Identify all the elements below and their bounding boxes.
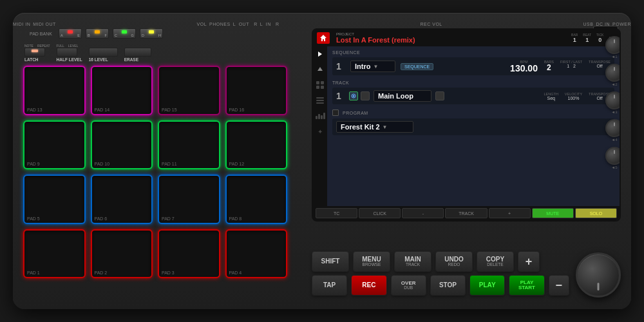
screen: PROJECT Lost In A Forest (remix) BAR 1 B… [313, 30, 620, 220]
stop-button[interactable]: STOP [430, 275, 466, 296]
pad-14[interactable]: PAD 14 [91, 66, 153, 115]
sidebar-star-icon[interactable]: ✦ [315, 126, 325, 137]
pad-2-label: PAD 2 [95, 270, 108, 275]
chart-bar-4 [323, 113, 325, 119]
bank-d-letter: D [142, 33, 144, 37]
svg-marker-0 [320, 35, 327, 41]
bank-b-letter: B [88, 33, 90, 37]
sidebar-up-icon[interactable] [315, 64, 325, 75]
screen-knob-5[interactable] [605, 147, 621, 165]
usb-label: USB [583, 22, 594, 26]
screen-mute-btn[interactable]: MUTE [532, 208, 574, 218]
half-level-label: HALF LEVEL [57, 57, 82, 62]
sidebar-chart-icon[interactable] [315, 111, 325, 121]
pad-1[interactable]: PAD 1 [23, 229, 86, 279]
pad-10[interactable]: PAD 10 [91, 120, 153, 170]
erase-button[interactable] [124, 48, 151, 57]
l-in-label: L IN R [260, 22, 279, 26]
sdot-1 [316, 81, 319, 84]
screen-content: ✦ SEQUENCE 1 Intro ▼ SEQ [313, 46, 620, 220]
jog-wheel[interactable] [576, 252, 621, 298]
plus-button[interactable]: + [518, 251, 540, 272]
screen-plus-btn[interactable]: + [489, 208, 531, 218]
track-name-box[interactable]: Main Loop [374, 90, 431, 102]
pad-bank-b[interactable]: B F [86, 28, 109, 39]
sequence-name: Intro [355, 62, 370, 70]
play-label: PLAY [479, 282, 496, 289]
undo-button[interactable]: UNDO REDO [435, 251, 473, 272]
pad-15[interactable]: PAD 15 [158, 66, 220, 115]
overdub-button[interactable]: OVER DUB [391, 275, 426, 296]
half-level-button[interactable] [57, 48, 77, 57]
sequence-section-label: SEQUENCE [332, 50, 614, 55]
pad-7[interactable]: PAD 7 [158, 175, 220, 224]
track-settings-icon[interactable] [435, 91, 444, 100]
screen-knob-2-label: ◄2 [611, 82, 617, 86]
first-last-group: FIRST / LAST 1 2 [560, 60, 582, 73]
screen-knob-1[interactable] [605, 36, 621, 54]
pad-15-label: PAD 15 [162, 108, 177, 112]
screen-knob-2[interactable] [605, 64, 621, 82]
pad-8[interactable]: PAD 8 [225, 175, 288, 224]
copy-button[interactable]: COPY DELETE [477, 251, 514, 272]
transport-row-2: TAP REC OVER DUB STOP PLAY PLAYSTART [312, 275, 569, 296]
pad-bank-c[interactable]: C G [113, 28, 136, 39]
pad-5[interactable]: PAD 5 [23, 175, 86, 224]
pad-13[interactable]: PAD 13 [23, 66, 86, 115]
track-params: LENGTH Seq VELOCITY 100% TRANSPOSE Off [544, 92, 611, 100]
sidebar-list-icon[interactable] [315, 95, 325, 106]
minus-button[interactable]: − [549, 275, 569, 296]
program-section: PROGRAM [332, 109, 614, 116]
sidebar-arrow-icon[interactable] [315, 49, 325, 59]
tap-button[interactable]: TAP [312, 275, 347, 296]
menu-button[interactable]: MENU BROWSE [353, 251, 390, 272]
pad-3[interactable]: PAD 3 [158, 229, 220, 279]
screen-knobs-panel: ◄1 ◄2 ◄3 ◄4 ◄5 [605, 36, 621, 169]
device-body: MIDI IN MIDI OUT VOL PHONES L OUT R L IN… [13, 13, 631, 309]
pad-bank-d[interactable]: D H [140, 28, 163, 39]
shift-button[interactable]: SHIFT [312, 251, 349, 272]
plus-label: + [526, 256, 533, 267]
16-level-button[interactable] [89, 48, 118, 57]
program-checkbox[interactable] [332, 109, 339, 116]
bar-value: 1 [571, 37, 578, 43]
tap-label: TAP [323, 282, 336, 289]
pad-2[interactable]: PAD 2 [91, 229, 153, 279]
latch-button[interactable] [24, 48, 45, 57]
pad-1-label: PAD 1 [27, 270, 40, 275]
screen-home-btn[interactable] [317, 32, 330, 44]
pad-16[interactable]: PAD 16 [225, 66, 288, 115]
play-button[interactable]: PLAY [469, 275, 505, 296]
svg-point-3 [353, 95, 355, 97]
main-button[interactable]: MAIN TRACK [394, 251, 431, 272]
pad-12[interactable]: PAD 12 [225, 120, 288, 170]
pad-4[interactable]: PAD 4 [225, 229, 288, 279]
rec-button[interactable]: REC [351, 275, 386, 296]
pad-8-label: PAD 8 [229, 216, 242, 221]
sidebar-grid-icon[interactable] [315, 80, 325, 90]
sequence-name-box[interactable]: Intro ▼ [350, 61, 395, 72]
meta-bar: BAR 1 [571, 33, 578, 43]
program-name-box[interactable]: Forest Kit 2 ▼ [336, 121, 413, 133]
rec-label: REC [362, 282, 375, 289]
sequence-btn[interactable]: SEQUENCE [401, 63, 433, 70]
screen-knob-3[interactable] [605, 91, 621, 109]
screen-track-btn[interactable]: TRACK [445, 208, 487, 218]
program-dropdown-arrow: ▼ [383, 124, 388, 130]
track-row: 1 Main Loop [332, 88, 614, 104]
screen-tc-btn[interactable]: TC [316, 208, 357, 218]
sdot-4 [321, 86, 324, 89]
pad-bank-a[interactable]: A E [59, 28, 82, 39]
screen-click-btn[interactable]: CLICK [359, 208, 401, 218]
pad-11[interactable]: PAD 11 [158, 120, 220, 170]
screen-minus-btn[interactable]: - [402, 208, 444, 218]
sequence-dropdown-arrow: ▼ [373, 64, 378, 70]
track-velocity-group: VELOCITY 100% [565, 92, 582, 100]
screen-solo-btn[interactable]: SOLO [575, 208, 617, 218]
pad-6[interactable]: PAD 6 [91, 175, 153, 224]
screen-knob-4[interactable] [605, 119, 621, 137]
track-sub-label: TRACK [406, 263, 420, 267]
play-start-button[interactable]: PLAYSTART [509, 275, 544, 296]
pad-9[interactable]: PAD 9 [23, 120, 86, 170]
track-velocity-value: 100% [565, 96, 582, 100]
